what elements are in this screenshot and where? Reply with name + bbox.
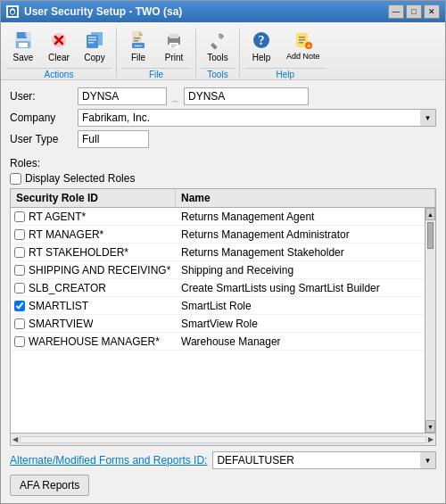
clear-label: Clear bbox=[48, 53, 70, 62]
tools-group-label: Tools bbox=[201, 68, 235, 79]
title-bar-left: User Security Setup - TWO (sa) bbox=[6, 5, 182, 18]
clear-button[interactable]: Clear bbox=[42, 26, 76, 66]
toolbar: Save Clear bbox=[1, 22, 445, 80]
scroll-thumb[interactable] bbox=[427, 222, 434, 249]
afa-reports-button[interactable]: AFA Reports bbox=[10, 475, 89, 496]
table-body[interactable]: RT AGENT* Returns Management Agent RT MA… bbox=[11, 208, 425, 433]
display-selected-row: Display Selected Roles bbox=[10, 172, 436, 185]
role-checkbox-3[interactable] bbox=[14, 265, 25, 276]
toolbar-group-help-btns: ? Help + bbox=[244, 26, 326, 66]
display-selected-checkbox[interactable] bbox=[10, 173, 21, 185]
toolbar-group-actions-btns: Save Clear bbox=[6, 26, 112, 66]
role-name-2: Returns Management Stakeholder bbox=[176, 244, 425, 260]
close-button[interactable]: ✕ bbox=[424, 4, 440, 19]
help-group-label: Help bbox=[244, 68, 326, 79]
alt-forms-select-wrapper: DEFAULTUSER ▼ bbox=[212, 451, 436, 469]
table-cell-id-6: SMARTVIEW bbox=[11, 316, 176, 332]
roles-section: Roles: Display Selected Roles Security R… bbox=[10, 157, 436, 446]
role-checkbox-2[interactable] bbox=[14, 247, 25, 258]
save-icon bbox=[12, 29, 34, 51]
roles-table-wrapper: Security Role ID Name RT AGENT* Retu bbox=[10, 188, 436, 446]
scroll-up-button[interactable]: ▲ bbox=[425, 208, 435, 220]
svg-point-22 bbox=[178, 38, 179, 40]
role-id-3: SHIPPING AND RECEIVING* bbox=[29, 264, 170, 277]
help-icon: ? bbox=[251, 29, 272, 51]
company-select[interactable]: Fabrikam, Inc. bbox=[78, 109, 436, 127]
print-icon bbox=[163, 29, 185, 51]
toolbar-group-actions: Save Clear bbox=[6, 26, 112, 79]
svg-rect-5 bbox=[19, 43, 28, 47]
copy-label: Copy bbox=[84, 53, 104, 62]
toolbar-group-file-btns: File Pri bbox=[121, 26, 191, 66]
alt-forms-row: Alternate/Modified Forms and Reports ID:… bbox=[10, 451, 436, 469]
scroll-down-button[interactable]: ▼ bbox=[425, 420, 435, 433]
role-checkbox-0[interactable] bbox=[14, 211, 25, 222]
roles-table: Security Role ID Name RT AGENT* Retu bbox=[10, 188, 436, 446]
user-divider: ⎯ bbox=[172, 91, 178, 102]
user-input-right[interactable] bbox=[184, 87, 309, 105]
bottom-section: Alternate/Modified Forms and Reports ID:… bbox=[10, 451, 436, 496]
hscroll-track[interactable] bbox=[20, 436, 426, 443]
vertical-scrollbar[interactable]: ▲ ▼ bbox=[425, 208, 435, 433]
horizontal-scrollbar[interactable]: ◀ ▶ bbox=[11, 433, 435, 445]
help-button[interactable]: ? Help bbox=[244, 26, 278, 66]
help-label: Help bbox=[252, 53, 271, 62]
scroll-track[interactable] bbox=[425, 220, 435, 420]
role-name-6: SmartView Role bbox=[176, 316, 425, 332]
separator-2 bbox=[195, 28, 196, 78]
table-row: RT MANAGER* Returns Management Administr… bbox=[11, 226, 425, 244]
alt-forms-link[interactable]: Alternate/Modified Forms and Reports ID: bbox=[10, 454, 207, 467]
title-bar-controls: — □ ✕ bbox=[388, 4, 440, 19]
svg-rect-29 bbox=[299, 39, 305, 41]
role-id-1: RT MANAGER* bbox=[29, 228, 103, 241]
role-id-7: WAREHOUSE MANAGER* bbox=[29, 335, 160, 348]
hscroll-right-button[interactable]: ▶ bbox=[428, 435, 434, 443]
svg-point-24 bbox=[219, 35, 222, 38]
svg-text:?: ? bbox=[259, 34, 265, 47]
table-row: SHIPPING AND RECEIVING* Shipping and Rec… bbox=[11, 261, 425, 279]
print-button[interactable]: Print bbox=[157, 26, 191, 66]
alt-forms-select[interactable]: DEFAULTUSER bbox=[212, 451, 436, 469]
role-checkbox-6[interactable] bbox=[14, 318, 25, 329]
role-name-7: Warehouse Manager bbox=[176, 334, 425, 350]
print-label: Print bbox=[165, 53, 184, 62]
role-checkbox-1[interactable] bbox=[14, 229, 25, 240]
role-checkbox-4[interactable] bbox=[14, 283, 25, 293]
content-area: User: ⎯ Company Fabrikam, Inc. ▼ User Ty… bbox=[1, 80, 445, 503]
col-header-name: Name bbox=[176, 189, 435, 207]
hscroll-left-button[interactable]: ◀ bbox=[12, 435, 18, 443]
user-input-left[interactable] bbox=[78, 87, 167, 105]
role-id-4: SLB_CREATOR bbox=[29, 282, 106, 294]
table-cell-id-7: WAREHOUSE MANAGER* bbox=[11, 334, 176, 350]
tools-icon bbox=[207, 29, 228, 51]
save-label: Save bbox=[13, 53, 34, 62]
svg-rect-3 bbox=[25, 32, 27, 37]
svg-rect-16 bbox=[135, 45, 142, 46]
tools-button[interactable]: Tools bbox=[201, 26, 235, 66]
table-row: SLB_CREATOR Create SmartLists using Smar… bbox=[11, 279, 425, 297]
role-name-1: Returns Management Administrator bbox=[176, 227, 425, 243]
table-row: SMARTVIEW SmartView Role bbox=[11, 315, 425, 333]
file-button[interactable]: File bbox=[121, 26, 155, 66]
svg-rect-23 bbox=[211, 43, 218, 50]
maximize-button[interactable]: □ bbox=[406, 4, 422, 19]
user-type-input[interactable] bbox=[78, 130, 149, 148]
save-button[interactable]: Save bbox=[6, 26, 40, 66]
role-checkbox-7[interactable] bbox=[14, 336, 25, 347]
copy-icon bbox=[84, 29, 105, 51]
add-note-label: Add Note bbox=[286, 53, 320, 62]
role-name-5: SmartList Role bbox=[176, 298, 425, 314]
add-note-icon: + bbox=[293, 29, 314, 51]
copy-button[interactable]: Copy bbox=[78, 26, 112, 66]
add-note-button[interactable]: + Add Note bbox=[280, 26, 326, 66]
file-icon bbox=[128, 29, 149, 51]
user-type-row: User Type bbox=[10, 130, 436, 148]
toolbar-group-help: ? Help + bbox=[244, 26, 326, 79]
actions-group-label: Actions bbox=[6, 68, 112, 79]
table-inner: RT AGENT* Returns Management Agent RT MA… bbox=[11, 208, 435, 433]
minimize-button[interactable]: — bbox=[388, 4, 404, 19]
role-id-6: SMARTVIEW bbox=[29, 318, 93, 330]
table-header: Security Role ID Name bbox=[11, 189, 435, 208]
role-checkbox-5[interactable] bbox=[14, 301, 25, 311]
window-title: User Security Setup - TWO (sa) bbox=[24, 5, 182, 18]
